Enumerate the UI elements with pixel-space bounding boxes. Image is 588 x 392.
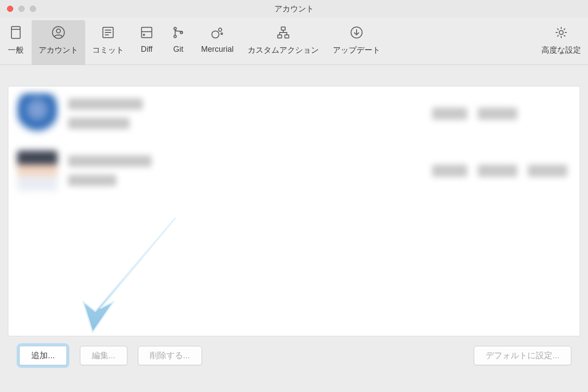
traffic-lights — [7, 6, 36, 12]
mercurial-icon — [209, 24, 226, 41]
tab-label: コミット — [92, 45, 124, 55]
tab-update[interactable]: アップデート — [326, 20, 387, 65]
account-protocol-redacted — [478, 165, 517, 177]
avatar — [17, 94, 58, 134]
account-icon — [50, 24, 67, 41]
window-title: アカウント — [0, 4, 588, 14]
account-text-redacted — [68, 98, 143, 129]
delete-button[interactable]: 削除する... — [138, 346, 202, 365]
annotation-arrow — [74, 214, 188, 336]
tab-label: カスタムアクション — [248, 45, 319, 55]
tab-label: Mercurial — [201, 45, 234, 54]
svg-rect-0 — [11, 27, 20, 39]
window-titlebar: アカウント — [0, 0, 588, 18]
svg-point-3 — [57, 29, 61, 33]
tab-mercurial[interactable]: Mercurial — [194, 20, 241, 65]
tab-custom-actions[interactable]: カスタムアクション — [241, 20, 326, 65]
git-icon — [170, 24, 187, 41]
edit-button[interactable]: 編集... — [80, 346, 127, 365]
svg-rect-20 — [278, 35, 281, 38]
gear-icon — [552, 24, 570, 41]
svg-point-14 — [174, 35, 176, 37]
account-text-redacted — [68, 155, 152, 186]
content-area: 追加... 編集... 削除する... デフォルトに設定... — [0, 65, 588, 378]
tab-diff[interactable]: Diff — [131, 20, 162, 65]
tab-label: 高度な設定 — [541, 45, 581, 55]
svg-point-13 — [174, 27, 176, 29]
minimize-window-button[interactable] — [18, 6, 25, 12]
diff-icon — [138, 24, 155, 41]
update-icon — [348, 24, 365, 41]
bottom-button-bar: 追加... 編集... 削除する... デフォルトに設定... — [8, 336, 580, 370]
maximize-window-button[interactable] — [30, 6, 36, 12]
account-auth-redacted — [432, 108, 467, 120]
tab-accounts[interactable]: アカウント — [32, 20, 85, 65]
add-button-highlight: 追加... — [17, 343, 69, 368]
svg-point-16 — [212, 31, 219, 38]
tab-commit[interactable]: コミット — [85, 20, 131, 65]
tab-advanced[interactable]: 高度な設定 — [534, 20, 588, 65]
account-list[interactable] — [8, 86, 580, 336]
close-window-button[interactable] — [7, 6, 13, 12]
commit-icon — [99, 24, 117, 41]
account-auth-redacted — [432, 165, 467, 177]
account-protocol-redacted — [478, 108, 517, 120]
svg-rect-8 — [141, 27, 152, 37]
svg-rect-19 — [281, 27, 285, 30]
general-icon — [7, 24, 25, 41]
avatar — [17, 151, 58, 191]
svg-point-23 — [559, 31, 563, 35]
add-button[interactable]: 追加... — [19, 346, 67, 365]
custom-actions-icon — [274, 24, 292, 41]
account-extra-redacted — [528, 165, 567, 177]
svg-rect-21 — [285, 35, 289, 38]
tab-label: 一般 — [8, 45, 24, 55]
tab-label: Diff — [141, 45, 153, 54]
tab-label: Git — [173, 45, 183, 54]
tab-label: アカウント — [39, 45, 78, 55]
tab-git[interactable]: Git — [162, 20, 194, 65]
account-row[interactable] — [8, 86, 580, 144]
tab-label: アップデート — [333, 45, 380, 55]
account-row[interactable] — [8, 144, 580, 201]
preferences-toolbar: 一般 アカウント コミット Diff Git Mercurial — [0, 18, 588, 65]
svg-point-17 — [219, 28, 222, 31]
set-default-button[interactable]: デフォルトに設定... — [474, 346, 571, 365]
tab-general[interactable]: 一般 — [0, 20, 32, 65]
svg-point-18 — [221, 33, 223, 35]
